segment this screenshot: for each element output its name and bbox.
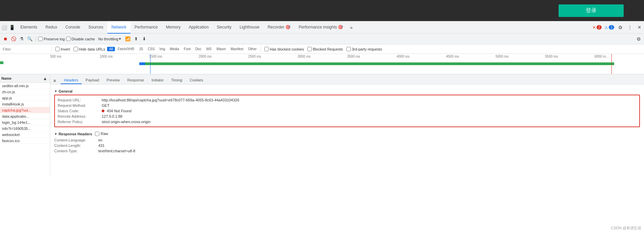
device-icon[interactable]: 📱: [9, 25, 15, 30]
timeline: 500 ms 1000 ms 1500 ms 2000 ms 2500 ms 3…: [0, 54, 644, 74]
more-options-button[interactable]: ⋮: [626, 24, 633, 31]
filter-type-other[interactable]: Other: [246, 47, 259, 51]
disable-cache-checkbox[interactable]: Disable cache: [66, 37, 95, 41]
tab-lighthouse[interactable]: Lighthouse: [236, 21, 264, 34]
content-length-value: 431: [98, 143, 104, 148]
tab-security[interactable]: Security: [213, 21, 236, 34]
login-button[interactable]: 登录: [559, 4, 624, 17]
tab-performance-insights[interactable]: Performance insights 🎯: [295, 21, 347, 34]
list-item[interactable]: installHook.js: [0, 101, 50, 107]
raw-input[interactable]: [95, 132, 99, 136]
list-item[interactable]: websocket: [0, 132, 50, 138]
filter-type-all[interactable]: All: [107, 47, 115, 51]
network-settings-button[interactable]: ⚙: [635, 36, 642, 42]
tab-initiator[interactable]: Initiator: [148, 77, 167, 84]
filter-type-font[interactable]: Font: [182, 47, 193, 51]
filter-button[interactable]: ⚗: [18, 36, 25, 42]
timeline-label-4: 2500 ms: [248, 55, 298, 58]
list-item[interactable]: info?t=1690535...: [0, 125, 50, 132]
tab-console[interactable]: Console: [61, 21, 84, 34]
filter-type-doc[interactable]: Doc: [193, 47, 203, 51]
list-item[interactable]: data:applicatio...: [0, 113, 50, 119]
tab-redux[interactable]: Redux: [41, 21, 61, 34]
tab-preview[interactable]: Preview: [103, 77, 123, 84]
has-blocked-cookies-input[interactable]: [264, 47, 269, 51]
raw-checkbox[interactable]: Raw: [95, 132, 108, 136]
request-url-label: Request URL:: [58, 98, 102, 102]
general-highlighted-box: Request URL: http://localhost:88/api/cap…: [54, 95, 640, 127]
detail-close-button[interactable]: ✕: [52, 78, 58, 84]
throttle-dropdown[interactable]: No throttling ▾: [96, 36, 123, 42]
preserve-log-input[interactable]: [38, 37, 43, 41]
tab-response[interactable]: Response: [124, 77, 147, 84]
timeline-label-11: 6000 m...: [595, 55, 644, 58]
timeline-label-9: 5000 ms: [496, 55, 545, 58]
tab-more-button[interactable]: »: [347, 25, 355, 30]
download-icon[interactable]: ⬇: [141, 36, 147, 42]
remote-address-row: Remote Address: 127.0.0.1:88: [58, 114, 637, 119]
filter-type-fetch[interactable]: Fetch/XHR: [116, 47, 136, 51]
hide-data-urls-checkbox[interactable]: Hide data URLs: [74, 47, 105, 51]
upload-icon[interactable]: ⬆: [133, 36, 139, 42]
tab-timing[interactable]: Timing: [168, 77, 186, 84]
filter-type-ws[interactable]: WS: [204, 47, 214, 51]
search-button[interactable]: 🔍: [26, 36, 33, 42]
list-item[interactable]: login_bg.144e1...: [0, 119, 50, 125]
record-button[interactable]: ⏺: [2, 36, 9, 42]
detail-panel: ✕ Headers Payload Preview Response Initi…: [50, 74, 644, 176]
tab-network[interactable]: Network: [107, 21, 130, 34]
filter-type-manifest[interactable]: Manifest: [228, 47, 245, 51]
devtools-icons: ⬜ 📱: [1, 25, 15, 30]
content-length-label: Content-Length:: [54, 143, 98, 148]
filter-type-img[interactable]: Img: [157, 47, 167, 51]
preserve-log-checkbox[interactable]: Preserve log: [38, 37, 65, 41]
tab-headers[interactable]: Headers: [61, 77, 82, 84]
scroll-up-button[interactable]: ▲: [42, 75, 48, 82]
filter-type-js[interactable]: JS: [137, 47, 145, 51]
content-type-value: text/html;charset=utf-8: [98, 149, 135, 153]
timeline-red-line: [611, 54, 612, 74]
list-item[interactable]: favicon.ico: [0, 138, 50, 144]
tab-sources[interactable]: Sources: [84, 21, 107, 34]
close-devtools-button[interactable]: ✕: [636, 24, 643, 31]
tab-application[interactable]: Application: [185, 21, 213, 34]
invert-checkbox[interactable]: Invert: [55, 47, 70, 51]
third-party-input[interactable]: [346, 47, 351, 51]
has-blocked-cookies-checkbox[interactable]: Has blocked cookies: [264, 47, 304, 51]
timeline-green-bar: [139, 62, 615, 65]
error-badge: ✕ 2: [592, 25, 602, 30]
clear-button[interactable]: 🚫: [10, 36, 17, 42]
list-item[interactable]: app.js: [0, 95, 50, 101]
wifi-icon[interactable]: 📶: [124, 36, 131, 42]
list-item[interactable]: zh-cn.js: [0, 89, 50, 95]
filter-input[interactable]: [3, 47, 49, 51]
timeline-label-3: 2000 ms: [199, 55, 248, 58]
request-url-row: Request URL: http://localhost:88/api/cap…: [58, 97, 637, 103]
inspect-icon[interactable]: ⬜: [1, 25, 7, 30]
timeline-label-0: 500 ms: [50, 55, 100, 58]
list-item[interactable]: ueditor.all.min.js: [0, 83, 50, 89]
tab-memory[interactable]: Memory: [162, 21, 185, 34]
filter-type-wasm[interactable]: Wasm: [214, 47, 228, 51]
settings-button[interactable]: ⚙: [617, 24, 624, 31]
page-top: 登录: [0, 0, 644, 21]
tab-cookies[interactable]: Cookies: [186, 77, 207, 84]
filter-type-media[interactable]: Media: [168, 47, 181, 51]
request-url-value: http://localhost:88/api/captcha.jpg?uuid…: [102, 98, 239, 102]
hide-data-urls-input[interactable]: [74, 47, 78, 51]
status-code-value: 404 Not Found: [102, 109, 132, 113]
timeline-label-6: 3500 ms: [347, 55, 397, 58]
list-item-captcha[interactable]: captcha.jpg?uui...: [0, 107, 50, 113]
main-content: Name ▲ ueditor.all.min.js zh-cn.js app.j…: [0, 74, 644, 176]
filter-type-css[interactable]: CSS: [146, 47, 157, 51]
tab-elements[interactable]: Elements: [16, 21, 41, 34]
blocked-requests-input[interactable]: [307, 47, 312, 51]
tab-performance[interactable]: Performance: [130, 21, 162, 34]
tab-recorder[interactable]: Recorder 🎯: [264, 21, 295, 34]
timeline-label-8: 4500 ms: [446, 55, 496, 58]
blocked-requests-checkbox[interactable]: Blocked Requests: [307, 47, 343, 51]
disable-cache-input[interactable]: [66, 37, 71, 41]
third-party-checkbox[interactable]: 3rd-party requests: [346, 47, 382, 51]
tab-payload[interactable]: Payload: [82, 77, 103, 84]
invert-input[interactable]: [55, 47, 60, 51]
